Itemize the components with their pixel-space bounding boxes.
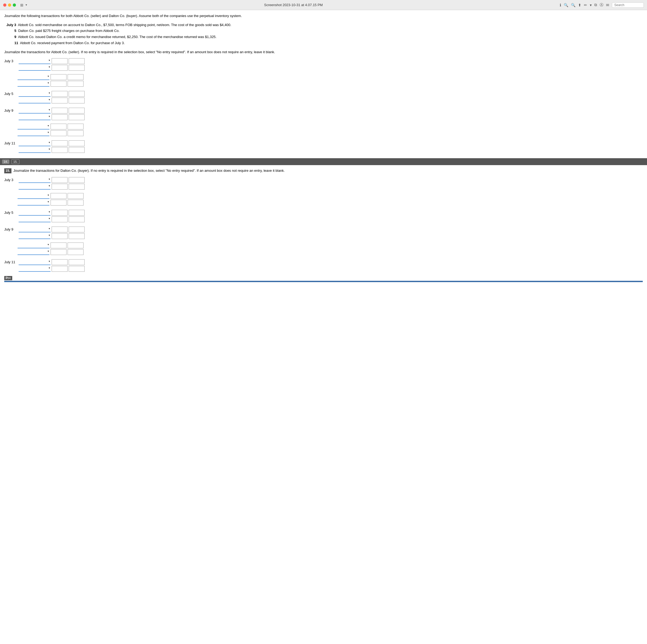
july11-account2-select[interactable]: Accounts Receivable Cash No entry requir… [19, 147, 51, 153]
july9-debit3[interactable] [51, 124, 67, 130]
july3-credit4[interactable] [68, 81, 83, 87]
note-icon[interactable]: ✉ [606, 3, 609, 7]
july9-debit4[interactable] [51, 130, 67, 136]
d-july9-debit3[interactable] [51, 242, 67, 248]
july5-debit1[interactable] [52, 91, 68, 97]
july9-account3-wrapper: Merchandise Inventory Cost of Goods Sold… [17, 124, 50, 130]
maximize-button[interactable] [13, 3, 16, 7]
july9-debit2[interactable] [52, 114, 68, 120]
d-july3-debit4[interactable] [51, 200, 67, 206]
july9-debit1[interactable] [52, 108, 68, 113]
july9-account4-select[interactable]: Cost of Goods Sold Merchandise Inventory… [17, 130, 50, 136]
july9-credit2[interactable] [69, 114, 85, 120]
july9-account1-select[interactable]: Sales Returns and Allowances Accounts Re… [19, 108, 51, 113]
intro-text: Journalize the following transactions fo… [4, 13, 643, 19]
d-july5-debit2[interactable] [52, 217, 68, 222]
july3-debit3[interactable] [51, 74, 67, 80]
d-july11-credit1[interactable] [69, 259, 85, 265]
d-july3-account1-select[interactable]: Merchandise Inventory Accounts Payable C… [19, 177, 51, 183]
d-july3-debit1[interactable] [52, 177, 68, 183]
d-july5-debit1[interactable] [52, 210, 68, 216]
d-july9-row3: Merchandise Inventory Accounts Payable N… [17, 242, 643, 248]
july3-credit3[interactable] [68, 74, 83, 80]
minimize-button[interactable] [8, 3, 11, 7]
d-july11-debit1[interactable] [52, 259, 68, 265]
d-july5-group: July 5 Merchandise Inventory Freight In … [4, 210, 643, 222]
july5-debit2[interactable] [52, 98, 68, 103]
july3-account3-select[interactable]: Cost of Goods Sold Merchandise Inventory… [17, 74, 50, 80]
accessibility-icon[interactable]: Ⓐ [600, 3, 603, 7]
d-july9-account2-select[interactable]: Merchandise Inventory Accounts Payable C… [19, 233, 51, 239]
d-july9-debit2[interactable] [52, 233, 68, 239]
d-july9-credit2[interactable] [69, 233, 85, 239]
duplicate-icon[interactable]: ⧉ [594, 3, 597, 7]
july3-credit1[interactable] [69, 58, 85, 64]
july3-debit4[interactable] [51, 81, 67, 87]
july11-credit1[interactable] [69, 140, 85, 146]
zoom-in-icon[interactable]: 🔍 [571, 3, 575, 7]
prev-label[interactable]: Pr< [4, 276, 12, 280]
info-icon[interactable]: ℹ [560, 3, 561, 7]
section2-content: 15. Journalize the transactions for Dalt… [0, 165, 647, 285]
d-july5-label: July 5 [4, 211, 17, 215]
d-july3-credit3[interactable] [68, 193, 83, 199]
d-july3-account4-select[interactable]: Accounts Payable Cash Merchandise Invent… [17, 200, 50, 206]
d-july3-debit2[interactable] [52, 184, 68, 189]
july3-account2-wrapper: Sales Revenue Accounts Receivable Cost o… [19, 65, 51, 71]
share-icon[interactable]: ⬆ [578, 3, 581, 7]
july5-account1-select[interactable]: No entry required Freight Out Cash Accou… [19, 91, 51, 97]
question14-label[interactable]: 14. [2, 160, 9, 164]
d-july3-credit2[interactable] [69, 184, 85, 189]
close-button[interactable] [3, 3, 6, 7]
july5-account2-select[interactable]: No entry required Cash Accounts Receivab… [19, 98, 51, 103]
july3-account4-select[interactable]: Merchandise Inventory Cost of Goods Sold… [17, 81, 50, 87]
july3-debit2[interactable] [52, 65, 68, 71]
d-july9-credit3[interactable] [68, 242, 83, 248]
july11-account1-select[interactable]: Cash Accounts Receivable No entry requir… [19, 140, 51, 146]
question15-label[interactable]: 15. [11, 159, 19, 164]
d-july3-account3-select[interactable]: Merchandise Inventory Freight In Cash No… [17, 193, 50, 199]
sidebar-toggle-icon[interactable]: ⊞ [20, 3, 23, 7]
july3-account2-select[interactable]: Sales Revenue Accounts Receivable Cost o… [19, 65, 51, 71]
d-july3-debit3[interactable] [51, 193, 67, 199]
july11-debit2[interactable] [52, 147, 68, 153]
d-july9-account3-select[interactable]: Merchandise Inventory Accounts Payable N… [17, 242, 50, 248]
july9-credit3[interactable] [68, 124, 83, 130]
d-july3-account2-select[interactable]: Accounts Payable Merchandise Inventory C… [19, 184, 51, 189]
july9-account2-wrapper: Accounts Receivable Sales Returns and Al… [19, 114, 51, 120]
d-july11-account2-select[interactable]: Cash Accounts Payable No entry required [19, 266, 51, 272]
d-july5-credit2[interactable] [69, 217, 85, 222]
d-july11-account1-select[interactable]: Accounts Payable Cash No entry required [19, 259, 51, 265]
july9-account3-select[interactable]: Merchandise Inventory Cost of Goods Sold… [17, 124, 50, 130]
d-july11-debit2[interactable] [52, 266, 68, 272]
d-july9-debit1[interactable] [52, 227, 68, 232]
d-july5-account1-select[interactable]: Merchandise Inventory Freight In Account… [19, 210, 51, 216]
july9-credit1[interactable] [69, 108, 85, 113]
chevron-down-icon[interactable]: ▾ [25, 3, 27, 7]
july5-credit1[interactable] [69, 91, 85, 97]
july9-account2-select[interactable]: Accounts Receivable Sales Returns and Al… [19, 114, 51, 120]
july3-debit1[interactable] [52, 58, 68, 64]
july11-debit1[interactable] [52, 140, 68, 146]
abbott-journal: July 3 Accounts Receivable Sales Revenue… [4, 58, 643, 153]
july9-account1-wrapper: Sales Returns and Allowances Accounts Re… [19, 108, 51, 113]
d-july11-credit2[interactable] [69, 266, 85, 272]
d-july9-credit1[interactable] [69, 227, 85, 232]
d-july9-debit4[interactable] [51, 249, 67, 255]
pen-chevron-icon[interactable]: ▾ [590, 3, 592, 7]
d-july9-account1-select[interactable]: Accounts Payable Merchandise Inventory C… [19, 227, 51, 232]
pen-icon[interactable]: ✏ [584, 3, 587, 7]
july11-credit2[interactable] [69, 147, 85, 153]
july3-credit2[interactable] [69, 65, 85, 71]
d-july9-account4-select[interactable]: Accounts Payable Merchandise Inventory N… [17, 249, 50, 255]
search-input[interactable] [612, 2, 644, 8]
d-july5-account2-select[interactable]: Cash Merchandise Inventory Accounts Paya… [19, 217, 51, 222]
july9-credit4[interactable] [68, 130, 83, 136]
zoom-out-icon[interactable]: 🔍 [564, 3, 568, 7]
july5-credit2[interactable] [69, 98, 85, 103]
d-july3-credit4[interactable] [68, 200, 83, 206]
july3-account1-select[interactable]: Accounts Receivable Sales Revenue Cost o… [19, 58, 51, 64]
d-july3-credit1[interactable] [69, 177, 85, 183]
d-july5-credit1[interactable] [69, 210, 85, 216]
d-july9-credit4[interactable] [68, 249, 83, 255]
